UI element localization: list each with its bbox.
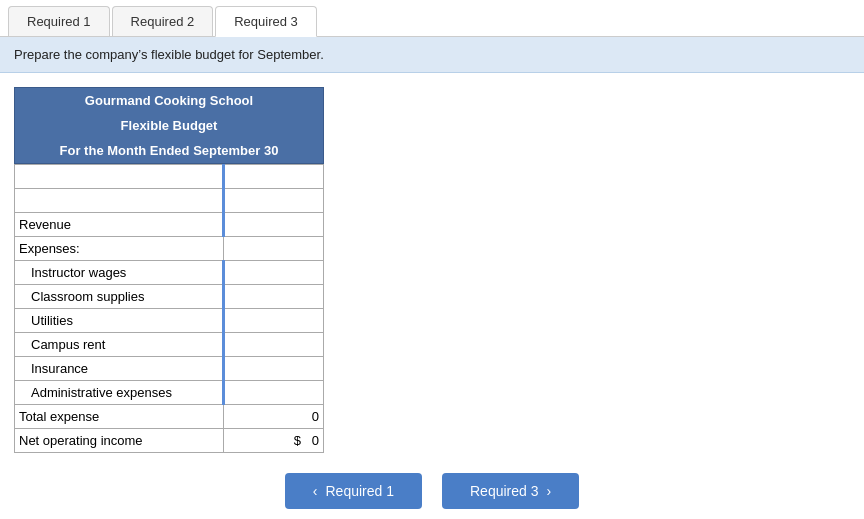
- net-income-number: 0: [312, 433, 319, 448]
- table-row-campus-rent: Campus rent: [15, 333, 324, 357]
- insurance-label: Insurance: [15, 357, 224, 381]
- tabs-bar: Required 1 Required 2 Required 3: [0, 0, 864, 37]
- revenue-label: Revenue: [15, 213, 224, 237]
- prev-button-label: Required 1: [326, 483, 395, 499]
- net-income-label: Net operating income: [15, 429, 224, 453]
- expenses-empty-cell: [224, 237, 324, 261]
- tab-required2[interactable]: Required 2: [112, 6, 214, 36]
- header-budget-title: Flexible Budget: [15, 113, 323, 138]
- next-arrow-icon: ›: [547, 483, 552, 499]
- expenses-label: Expenses:: [15, 237, 224, 261]
- table-row: [15, 165, 324, 189]
- utilities-value-cell: [224, 309, 324, 333]
- header-period: For the Month Ended September 30: [15, 138, 323, 163]
- row1-label-cell: [15, 165, 224, 189]
- row2-label-cell: [15, 189, 224, 213]
- admin-expenses-value-cell: [224, 381, 324, 405]
- instructor-wages-value-cell: [224, 261, 324, 285]
- table-row-instructor-wages: Instructor wages: [15, 261, 324, 285]
- budget-table-wrap: Gourmand Cooking School Flexible Budget …: [14, 87, 324, 453]
- content-area: Gourmand Cooking School Flexible Budget …: [0, 73, 864, 519]
- tab-required3[interactable]: Required 3: [215, 6, 317, 37]
- total-expense-value: 0: [224, 405, 324, 429]
- table-row-admin-expenses: Administrative expenses: [15, 381, 324, 405]
- next-button[interactable]: Required 3 ›: [442, 473, 579, 509]
- prev-arrow-icon: ‹: [313, 483, 318, 499]
- campus-rent-input[interactable]: [229, 337, 319, 352]
- admin-expenses-label: Administrative expenses: [15, 381, 224, 405]
- header-school-name: Gourmand Cooking School: [15, 88, 323, 113]
- instruction-bar: Prepare the company’s flexible budget fo…: [0, 37, 864, 73]
- insurance-value-cell: [224, 357, 324, 381]
- total-expense-label: Total expense: [15, 405, 224, 429]
- bottom-nav: ‹ Required 1 Required 3 ›: [14, 473, 850, 519]
- insurance-input[interactable]: [229, 361, 319, 376]
- next-button-label: Required 3: [470, 483, 539, 499]
- net-income-prefix: $: [294, 433, 301, 448]
- row1-value-input[interactable]: [229, 169, 319, 184]
- row2-value-input[interactable]: [229, 193, 319, 208]
- table-row-net-income: Net operating income $ 0: [15, 429, 324, 453]
- table-row: [15, 189, 324, 213]
- instruction-text: Prepare the company’s flexible budget fo…: [14, 47, 324, 62]
- table-row-revenue: Revenue: [15, 213, 324, 237]
- table-row-insurance: Insurance: [15, 357, 324, 381]
- utilities-label: Utilities: [15, 309, 224, 333]
- admin-expenses-input[interactable]: [229, 385, 319, 400]
- row1-value-cell: [224, 165, 324, 189]
- revenue-input[interactable]: [229, 217, 319, 232]
- table-row-utilities: Utilities: [15, 309, 324, 333]
- classroom-supplies-label: Classroom supplies: [15, 285, 224, 309]
- classroom-supplies-input[interactable]: [229, 289, 319, 304]
- row2-label-input[interactable]: [19, 193, 218, 208]
- table-row-expenses-header: Expenses:: [15, 237, 324, 261]
- campus-rent-value-cell: [224, 333, 324, 357]
- total-expense-number: 0: [312, 409, 319, 424]
- table-row-total-expense: Total expense 0: [15, 405, 324, 429]
- classroom-supplies-value-cell: [224, 285, 324, 309]
- campus-rent-label: Campus rent: [15, 333, 224, 357]
- table-row-classroom-supplies: Classroom supplies: [15, 285, 324, 309]
- table-header-block: Gourmand Cooking School Flexible Budget …: [14, 87, 324, 164]
- instructor-wages-input[interactable]: [229, 265, 319, 280]
- net-income-value-cell: $ 0: [224, 429, 324, 453]
- budget-table: Revenue Expenses: Instructor wages: [14, 164, 324, 453]
- utilities-input[interactable]: [229, 313, 319, 328]
- revenue-value-cell: [224, 213, 324, 237]
- instructor-wages-label: Instructor wages: [15, 261, 224, 285]
- prev-button[interactable]: ‹ Required 1: [285, 473, 422, 509]
- tab-required1[interactable]: Required 1: [8, 6, 110, 36]
- row1-label-input[interactable]: [19, 169, 218, 184]
- row2-value-cell: [224, 189, 324, 213]
